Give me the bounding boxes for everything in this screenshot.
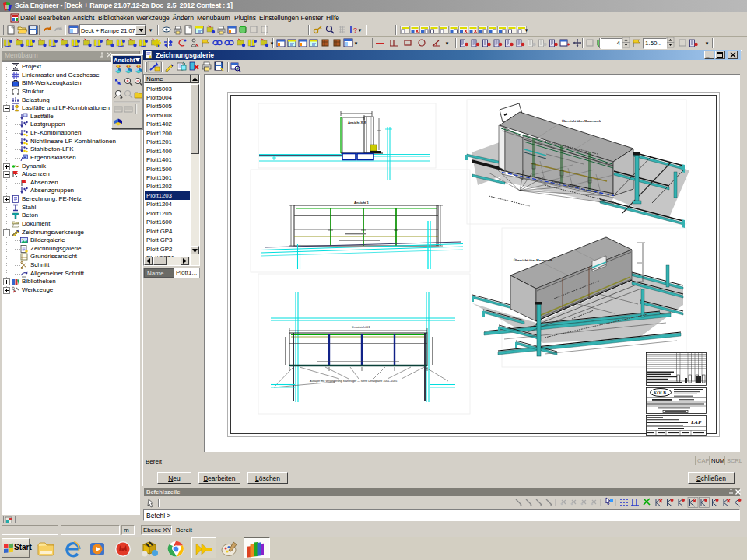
svg-text:KOLB: KOLB — [654, 390, 666, 395]
svg-text:Auflager mit Verlängerung Stah: Auflager mit Verlängerung Stahlträger — … — [310, 380, 397, 383]
svg-text:Ansicht X.X: Ansicht X.X — [348, 121, 366, 124]
svg-text:Draufsicht 01: Draufsicht 01 — [352, 325, 370, 329]
svg-text:Übersicht über Mauerwerk: Übersicht über Mauerwerk — [562, 119, 601, 123]
svg-text:Ansicht 1: Ansicht 1 — [354, 201, 370, 205]
svg-text:LAP: LAP — [690, 419, 702, 425]
svg-text:Übersicht über Mauerwerk: Übersicht über Mauerwerk — [514, 258, 553, 262]
